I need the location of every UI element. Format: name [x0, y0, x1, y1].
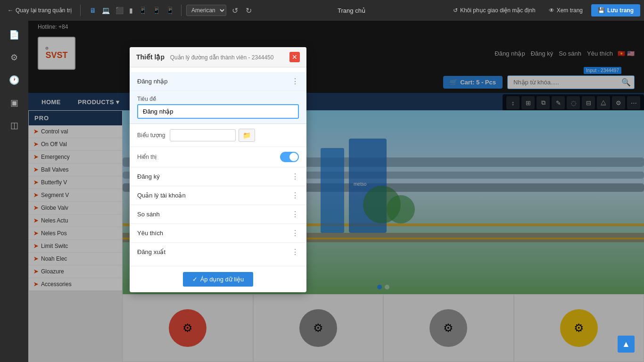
tablet-landscape-icon[interactable]: ⬛: [113, 5, 126, 16]
bieutượng-label: Biểu tượng: [137, 132, 165, 139]
icon-display-section: Biểu tượng 📁: [130, 124, 306, 147]
toggle-switch[interactable]: [280, 152, 299, 162]
device-select[interactable]: American: [186, 5, 226, 16]
mobile-small-icon[interactable]: 📱: [164, 5, 176, 16]
toolbar-divider-1: [80, 5, 81, 16]
sidebar-layers-button[interactable]: ◫: [4, 115, 25, 136]
toolbar-right: ↺ Khôi phục giao diện mặc định 👁 Xem tra…: [448, 4, 640, 16]
modal-body: Đăng nhập ⋮ Tiêu đề Biểu tượng 📁: [130, 67, 306, 266]
menu-item-dangxuat-label: Đăng xuất: [137, 248, 165, 255]
sidebar-settings-button[interactable]: ⚙: [4, 47, 25, 68]
desktop-icon[interactable]: 🖥: [87, 5, 99, 16]
menu-item-sosanh-dots[interactable]: ⋮: [291, 210, 299, 219]
menu-item-quanly[interactable]: Quản lý tài khoản ⋮: [130, 186, 306, 205]
apply-button[interactable]: ✓ Áp dụng dữ liệu: [183, 272, 254, 287]
menu-item-yeuthich[interactable]: Yêu thích ⋮: [130, 224, 306, 243]
back-button-label: Quay lại trang quản trị: [16, 7, 72, 14]
eye-icon: 👁: [549, 7, 554, 14]
toggle-knob: [289, 153, 298, 161]
modal-overlay: Thiết lập Quản lý đường dẫn thành viên -…: [28, 21, 644, 362]
menu-item-title-section: Tiêu đề: [130, 91, 306, 124]
hienthi-label: Hiển thị: [137, 154, 157, 160]
field-tieude-label: Tiêu đề: [137, 96, 299, 102]
tablet-portrait-icon[interactable]: ▮: [127, 5, 135, 16]
modal-close-button[interactable]: ✕: [289, 52, 300, 62]
undo-redo-group: ↺ ↻: [229, 4, 255, 17]
top-toolbar: ← Quay lại trang quản trị 🖥 💻 ⬛ ▮ 📱 📱 📱 …: [0, 0, 644, 21]
menu-item-yeuthich-label: Yêu thích: [137, 230, 163, 237]
hienthi-section: Hiển thị: [130, 147, 306, 167]
back-button[interactable]: ← Quay lại trang quản trị: [4, 5, 75, 16]
menu-item-dangky-label: Đăng ký: [137, 173, 160, 180]
sidebar-layout-button[interactable]: ▣: [4, 92, 25, 113]
icon-input-wrap: 📁: [170, 129, 255, 142]
restore-label: Khôi phục giao diện mặc định: [460, 7, 536, 14]
view-label: Xem trang: [557, 7, 583, 14]
toolbar-divider-2: [181, 5, 182, 16]
modal-header: Thiết lập Quản lý đường dẫn thành viên -…: [130, 47, 306, 67]
sidebar-history-button[interactable]: 🕐: [4, 70, 25, 90]
view-button[interactable]: 👁 Xem trang: [544, 5, 587, 16]
menu-item-dangnhap-dots[interactable]: ⋮: [291, 77, 299, 86]
page-title: Trang chủ: [257, 7, 446, 14]
mobile-large-icon[interactable]: 📱: [136, 5, 149, 16]
menu-item-dangxuat-dots[interactable]: ⋮: [291, 247, 299, 256]
mobile-icon[interactable]: 📱: [150, 5, 163, 16]
menu-item-dangky[interactable]: Đăng ký ⋮: [130, 167, 306, 186]
sidebar-pages-button[interactable]: 📄: [4, 25, 25, 45]
field-tieude-input[interactable]: [137, 104, 299, 119]
menu-item-sosanh-label: So sánh: [137, 211, 160, 218]
menu-item-quanly-dots[interactable]: ⋮: [291, 191, 299, 200]
restore-icon: ↺: [453, 7, 458, 14]
left-sidebar: 📄 ⚙ 🕐 ▣ ◫: [0, 21, 28, 362]
modal-dialog: Thiết lập Quản lý đường dẫn thành viên -…: [130, 47, 306, 292]
redo-button[interactable]: ↻: [243, 4, 255, 17]
save-icon: 💾: [598, 7, 605, 14]
menu-item-yeuthich-dots[interactable]: ⋮: [291, 229, 299, 238]
save-label: Lưu trang: [607, 7, 634, 14]
modal-header-text: Thiết lập Quản lý đường dẫn thành viên -…: [136, 53, 273, 61]
device-icons: 🖥 💻 ⬛ ▮ 📱 📱 📱: [87, 5, 176, 16]
menu-item-dangnhap[interactable]: Đăng nhập ⋮: [130, 72, 306, 91]
modal-title: Thiết lập: [136, 53, 165, 61]
laptop-icon[interactable]: 💻: [99, 5, 112, 16]
menu-item-dangxuat[interactable]: Đăng xuất ⋮: [130, 243, 306, 261]
modal-footer: ✓ Áp dụng dữ liệu: [130, 266, 306, 292]
back-arrow-icon: ←: [8, 7, 13, 14]
website-area: Hotline: +84 ⊙ SVST Đăng nhập Đăng ký So…: [28, 21, 644, 362]
scroll-top-button[interactable]: ▲: [618, 336, 635, 353]
menu-item-sosanh[interactable]: So sánh ⋮: [130, 205, 306, 224]
modal-subtitle: Quản lý đường dẫn thành viên - 2344450: [170, 54, 274, 61]
checkmark-icon: ✓: [192, 276, 198, 283]
apply-label: Áp dụng dữ liệu: [200, 276, 244, 283]
menu-item-dangky-dots[interactable]: ⋮: [291, 172, 299, 181]
icon-section-left: Biểu tượng 📁: [137, 129, 255, 142]
menu-item-quanly-label: Quản lý tài khoản: [137, 192, 186, 199]
undo-button[interactable]: ↺: [229, 4, 241, 17]
save-button[interactable]: 💾 Lưu trang: [591, 4, 640, 16]
restore-button[interactable]: ↺ Khôi phục giao diện mặc định: [448, 5, 540, 16]
icon-browse-button[interactable]: 📁: [239, 129, 255, 142]
menu-item-dangnhap-label: Đăng nhập: [137, 78, 167, 85]
icon-input[interactable]: [170, 129, 236, 141]
